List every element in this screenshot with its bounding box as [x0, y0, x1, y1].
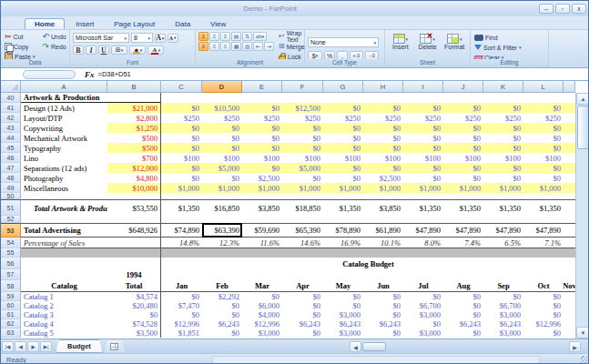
cell-D50[interactable] — [202, 193, 242, 199]
find-button[interactable]: Find — [473, 33, 545, 42]
cell-B52[interactable] — [107, 216, 161, 223]
cell-L42[interactable]: $250 — [523, 113, 564, 123]
cell-L50[interactable] — [523, 193, 564, 199]
cell-M48[interactable] — [564, 173, 575, 183]
cell-B48[interactable]: $4,800 — [107, 173, 161, 183]
resize-grip-icon[interactable] — [581, 356, 589, 364]
cell-H52[interactable] — [363, 216, 403, 223]
cell-G57[interactable] — [323, 269, 363, 280]
row-header-53[interactable]: 53 — [1, 223, 21, 238]
cell-B61[interactable]: $0 — [107, 310, 161, 319]
cell-I42[interactable]: $250 — [403, 113, 443, 123]
cell-D47[interactable]: $5,000 — [202, 163, 242, 173]
cell-M52[interactable] — [564, 216, 575, 223]
column-header-A[interactable]: A — [21, 81, 107, 93]
cell-K58[interactable]: Sep — [483, 280, 523, 292]
row-header-63[interactable]: 63 — [1, 329, 21, 338]
cell-D51[interactable]: $16,850 — [202, 199, 242, 216]
cell-C49[interactable]: $1,000 — [161, 183, 202, 193]
decrease-indent-button[interactable]: ⇤ — [253, 42, 263, 51]
cell-M46[interactable] — [564, 153, 575, 163]
cell-G54[interactable]: 16.9% — [323, 238, 363, 248]
cell-H42[interactable]: $250 — [363, 113, 403, 123]
cell-L54[interactable]: 7.1% — [523, 238, 564, 248]
cell-B51[interactable]: $53,550 — [107, 199, 161, 216]
cell-G61[interactable]: $3,000 — [323, 310, 363, 319]
cell-F45[interactable]: $0 — [282, 143, 323, 153]
cell-L47[interactable]: $0 — [523, 163, 564, 173]
merge-button[interactable]: ⊞Merge — [278, 42, 306, 51]
column-header-B[interactable]: B — [107, 81, 161, 93]
cell-H50[interactable] — [363, 193, 403, 199]
wrap-text-button[interactable]: ↩Wrap Text — [278, 32, 306, 41]
cell-D52[interactable] — [202, 216, 242, 223]
cell-D41[interactable]: $10,500 — [202, 103, 242, 113]
cell-H53[interactable]: $61,890 — [363, 223, 403, 238]
row-header-49[interactable]: 49 — [1, 183, 21, 193]
cell-B59[interactable]: $4,574 — [107, 292, 161, 301]
cell-E47[interactable]: $0 — [242, 163, 282, 173]
cell-G58[interactable]: May — [323, 280, 363, 292]
cell-J55[interactable] — [443, 248, 483, 258]
cell-E50[interactable] — [242, 193, 282, 199]
cell-E59[interactable]: $0 — [242, 292, 282, 301]
column-header-E[interactable]: E — [242, 81, 282, 93]
cell-D48[interactable]: $0 — [202, 173, 242, 183]
cell-A46[interactable]: Lino — [21, 153, 107, 163]
cell-K60[interactable]: $6,700 — [483, 301, 523, 310]
cell-C63[interactable]: $1,851 — [161, 329, 202, 338]
cell-C50[interactable] — [161, 193, 202, 199]
column-header-D[interactable]: D — [202, 81, 242, 93]
cell-L46[interactable]: $100 — [523, 153, 564, 163]
name-box[interactable] — [23, 70, 76, 79]
cell-M55[interactable] — [564, 248, 575, 258]
cell-C44[interactable]: $0 — [161, 133, 202, 143]
cell-E63[interactable]: $3,000 — [242, 329, 282, 338]
cell-A54[interactable]: Percentage of Sales — [21, 238, 107, 248]
format-button[interactable]: ▾ Format — [442, 34, 467, 50]
cell-F62[interactable]: $6,243 — [282, 319, 323, 329]
cell-L53[interactable]: $47,890 — [523, 223, 564, 238]
cell-F44[interactable]: $0 — [282, 133, 323, 143]
cell-G60[interactable]: $0 — [323, 301, 363, 310]
font-size-combo[interactable]: 8▾ — [131, 33, 153, 43]
cell-D57[interactable] — [202, 269, 242, 280]
cell-H58[interactable]: Jun — [363, 280, 403, 292]
column-header-G[interactable]: G — [323, 81, 363, 93]
font-name-combo[interactable]: Microsoft Sar▾ — [73, 33, 129, 43]
cell-F47[interactable]: $5,000 — [282, 163, 323, 173]
column-header-C[interactable]: C — [161, 81, 202, 93]
text-direction-button[interactable]: ⇅ — [242, 32, 252, 41]
cell-L57[interactable] — [523, 269, 564, 280]
cell-L43[interactable]: $0 — [523, 123, 564, 133]
cell-A55[interactable] — [21, 248, 107, 258]
column-header-H[interactable]: H — [363, 81, 403, 93]
cell-G46[interactable]: $100 — [323, 153, 363, 163]
cell-L61[interactable]: $0 — [523, 310, 564, 319]
cell-E48[interactable]: $2,500 — [242, 173, 282, 183]
cell-F40[interactable] — [282, 93, 323, 103]
cell-D61[interactable]: $0 — [202, 310, 242, 319]
cell-H45[interactable]: $0 — [363, 143, 403, 153]
cell-F53[interactable]: $65,390 — [282, 223, 323, 238]
cell-F61[interactable]: $0 — [282, 310, 323, 319]
cell-M40[interactable] — [564, 93, 575, 103]
cell-C58[interactable]: Jan — [161, 280, 202, 292]
cell-M50[interactable] — [564, 193, 575, 199]
cell-C40[interactable] — [161, 93, 202, 103]
cell-C46[interactable]: $100 — [161, 153, 202, 163]
cell-K40[interactable] — [483, 93, 523, 103]
distributed-button[interactable]: ▥ — [242, 42, 252, 51]
cell-E55[interactable] — [242, 248, 282, 258]
cell-I43[interactable]: $0 — [403, 123, 443, 133]
cell-H46[interactable]: $100 — [363, 153, 403, 163]
scroll-right-icon[interactable]: ▶ — [569, 341, 581, 352]
cell-I45[interactable]: $0 — [403, 143, 443, 153]
cell-A50[interactable] — [21, 193, 107, 199]
cell-I57[interactable] — [403, 269, 443, 280]
cell-G62[interactable]: $6,243 — [323, 319, 363, 329]
cell-J45[interactable]: $0 — [443, 143, 483, 153]
cell-D62[interactable]: $6,243 — [202, 319, 242, 329]
cell-L59[interactable]: $0 — [523, 292, 564, 301]
cell-D55[interactable] — [202, 248, 242, 258]
